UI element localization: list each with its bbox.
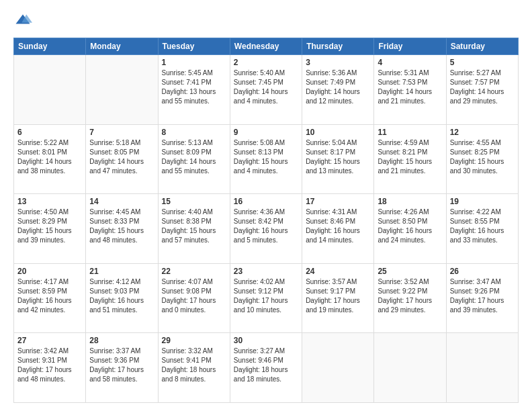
day-cell: 24Sunrise: 3:57 AM Sunset: 9:17 PM Dayli… <box>302 263 374 333</box>
day-number: 1 <box>162 58 226 67</box>
col-header-thursday: Thursday <box>302 38 374 55</box>
day-info: Sunrise: 3:47 AM Sunset: 9:26 PM Dayligh… <box>450 277 515 315</box>
day-info: Sunrise: 3:27 AM Sunset: 9:46 PM Dayligh… <box>234 347 298 384</box>
day-number: 26 <box>450 267 515 276</box>
logo <box>13 12 35 31</box>
day-cell: 18Sunrise: 4:26 AM Sunset: 8:50 PM Dayli… <box>374 194 446 264</box>
day-info: Sunrise: 4:59 AM Sunset: 8:21 PM Dayligh… <box>378 138 442 176</box>
col-header-monday: Monday <box>86 38 158 55</box>
day-info: Sunrise: 3:32 AM Sunset: 9:41 PM Dayligh… <box>162 347 226 384</box>
day-cell: 30Sunrise: 3:27 AM Sunset: 9:46 PM Dayli… <box>230 333 302 403</box>
day-number: 4 <box>378 58 442 67</box>
day-info: Sunrise: 5:13 AM Sunset: 8:09 PM Dayligh… <box>162 138 226 176</box>
day-info: Sunrise: 4:50 AM Sunset: 8:29 PM Dayligh… <box>17 208 82 245</box>
day-info: Sunrise: 3:37 AM Sunset: 9:36 PM Dayligh… <box>89 347 154 384</box>
week-row-2: 6Sunrise: 5:22 AM Sunset: 8:01 PM Daylig… <box>14 124 519 194</box>
day-cell: 20Sunrise: 4:17 AM Sunset: 8:59 PM Dayli… <box>14 263 86 333</box>
day-info: Sunrise: 4:17 AM Sunset: 8:59 PM Dayligh… <box>17 277 82 315</box>
day-info: Sunrise: 5:31 AM Sunset: 7:53 PM Dayligh… <box>378 68 442 106</box>
col-header-sunday: Sunday <box>14 38 86 55</box>
day-number: 28 <box>89 336 154 345</box>
day-info: Sunrise: 5:36 AM Sunset: 7:49 PM Dayligh… <box>306 68 370 106</box>
day-number: 8 <box>162 128 226 137</box>
day-info: Sunrise: 4:31 AM Sunset: 8:46 PM Dayligh… <box>306 208 370 245</box>
day-info: Sunrise: 4:12 AM Sunset: 9:03 PM Dayligh… <box>89 277 154 315</box>
day-cell: 8Sunrise: 5:13 AM Sunset: 8:09 PM Daylig… <box>158 124 230 194</box>
day-cell: 1Sunrise: 5:45 AM Sunset: 7:41 PM Daylig… <box>158 55 230 125</box>
day-info: Sunrise: 4:02 AM Sunset: 9:12 PM Dayligh… <box>234 277 298 315</box>
day-info: Sunrise: 4:36 AM Sunset: 8:42 PM Dayligh… <box>234 208 298 245</box>
day-info: Sunrise: 5:08 AM Sunset: 8:13 PM Dayligh… <box>234 138 298 176</box>
col-header-saturday: Saturday <box>446 38 518 55</box>
day-info: Sunrise: 3:42 AM Sunset: 9:31 PM Dayligh… <box>17 347 82 384</box>
day-cell: 16Sunrise: 4:36 AM Sunset: 8:42 PM Dayli… <box>230 194 302 264</box>
page: SundayMondayTuesdayWednesdayThursdayFrid… <box>0 0 532 411</box>
day-cell <box>302 333 374 403</box>
day-cell: 9Sunrise: 5:08 AM Sunset: 8:13 PM Daylig… <box>230 124 302 194</box>
header <box>13 12 519 31</box>
day-number: 13 <box>17 197 82 206</box>
day-info: Sunrise: 5:27 AM Sunset: 7:57 PM Dayligh… <box>450 68 515 106</box>
day-number: 11 <box>378 128 442 137</box>
day-number: 12 <box>450 128 515 137</box>
day-cell: 19Sunrise: 4:22 AM Sunset: 8:55 PM Dayli… <box>446 194 518 264</box>
day-number: 19 <box>450 197 515 206</box>
day-number: 6 <box>17 128 82 137</box>
day-number: 24 <box>306 267 370 276</box>
day-number: 10 <box>306 128 370 137</box>
day-cell <box>86 55 158 125</box>
day-cell: 29Sunrise: 3:32 AM Sunset: 9:41 PM Dayli… <box>158 333 230 403</box>
day-number: 3 <box>306 58 370 67</box>
col-header-wednesday: Wednesday <box>230 38 302 55</box>
day-number: 5 <box>450 58 515 67</box>
day-number: 2 <box>234 58 298 67</box>
day-info: Sunrise: 4:40 AM Sunset: 8:38 PM Dayligh… <box>162 208 226 245</box>
day-cell: 13Sunrise: 4:50 AM Sunset: 8:29 PM Dayli… <box>14 194 86 264</box>
day-info: Sunrise: 4:26 AM Sunset: 8:50 PM Dayligh… <box>378 208 442 245</box>
day-number: 7 <box>89 128 154 137</box>
day-cell: 3Sunrise: 5:36 AM Sunset: 7:49 PM Daylig… <box>302 55 374 125</box>
day-info: Sunrise: 5:45 AM Sunset: 7:41 PM Dayligh… <box>162 68 226 106</box>
day-info: Sunrise: 4:07 AM Sunset: 9:08 PM Dayligh… <box>162 277 226 315</box>
header-row: SundayMondayTuesdayWednesdayThursdayFrid… <box>14 38 519 55</box>
day-cell: 14Sunrise: 4:45 AM Sunset: 8:33 PM Dayli… <box>86 194 158 264</box>
day-number: 27 <box>17 336 82 345</box>
day-info: Sunrise: 4:55 AM Sunset: 8:25 PM Dayligh… <box>450 138 515 176</box>
day-cell: 23Sunrise: 4:02 AM Sunset: 9:12 PM Dayli… <box>230 263 302 333</box>
day-info: Sunrise: 3:52 AM Sunset: 9:22 PM Dayligh… <box>378 277 442 315</box>
day-cell: 2Sunrise: 5:40 AM Sunset: 7:45 PM Daylig… <box>230 55 302 125</box>
day-number: 14 <box>89 197 154 206</box>
day-cell: 28Sunrise: 3:37 AM Sunset: 9:36 PM Dayli… <box>86 333 158 403</box>
col-header-friday: Friday <box>374 38 446 55</box>
day-number: 16 <box>234 197 298 206</box>
day-number: 30 <box>234 336 298 345</box>
day-cell <box>446 333 518 403</box>
day-number: 20 <box>17 267 82 276</box>
week-row-4: 20Sunrise: 4:17 AM Sunset: 8:59 PM Dayli… <box>14 263 519 333</box>
day-info: Sunrise: 5:40 AM Sunset: 7:45 PM Dayligh… <box>234 68 298 106</box>
week-row-5: 27Sunrise: 3:42 AM Sunset: 9:31 PM Dayli… <box>14 333 519 403</box>
day-info: Sunrise: 5:04 AM Sunset: 8:17 PM Dayligh… <box>306 138 370 176</box>
day-number: 9 <box>234 128 298 137</box>
day-cell: 17Sunrise: 4:31 AM Sunset: 8:46 PM Dayli… <box>302 194 374 264</box>
day-info: Sunrise: 5:22 AM Sunset: 8:01 PM Dayligh… <box>17 138 82 176</box>
day-number: 15 <box>162 197 226 206</box>
week-row-1: 1Sunrise: 5:45 AM Sunset: 7:41 PM Daylig… <box>14 55 519 125</box>
day-cell: 27Sunrise: 3:42 AM Sunset: 9:31 PM Dayli… <box>14 333 86 403</box>
day-number: 21 <box>89 267 154 276</box>
day-info: Sunrise: 4:22 AM Sunset: 8:55 PM Dayligh… <box>450 208 515 245</box>
day-info: Sunrise: 5:18 AM Sunset: 8:05 PM Dayligh… <box>89 138 154 176</box>
day-cell: 15Sunrise: 4:40 AM Sunset: 8:38 PM Dayli… <box>158 194 230 264</box>
day-cell: 10Sunrise: 5:04 AM Sunset: 8:17 PM Dayli… <box>302 124 374 194</box>
day-number: 29 <box>162 336 226 345</box>
day-cell <box>14 55 86 125</box>
week-row-3: 13Sunrise: 4:50 AM Sunset: 8:29 PM Dayli… <box>14 194 519 264</box>
day-cell: 7Sunrise: 5:18 AM Sunset: 8:05 PM Daylig… <box>86 124 158 194</box>
day-cell: 22Sunrise: 4:07 AM Sunset: 9:08 PM Dayli… <box>158 263 230 333</box>
logo-icon <box>13 12 32 31</box>
day-cell: 4Sunrise: 5:31 AM Sunset: 7:53 PM Daylig… <box>374 55 446 125</box>
day-cell: 11Sunrise: 4:59 AM Sunset: 8:21 PM Dayli… <box>374 124 446 194</box>
day-info: Sunrise: 4:45 AM Sunset: 8:33 PM Dayligh… <box>89 208 154 245</box>
day-cell: 21Sunrise: 4:12 AM Sunset: 9:03 PM Dayli… <box>86 263 158 333</box>
calendar-table: SundayMondayTuesdayWednesdayThursdayFrid… <box>13 38 519 403</box>
